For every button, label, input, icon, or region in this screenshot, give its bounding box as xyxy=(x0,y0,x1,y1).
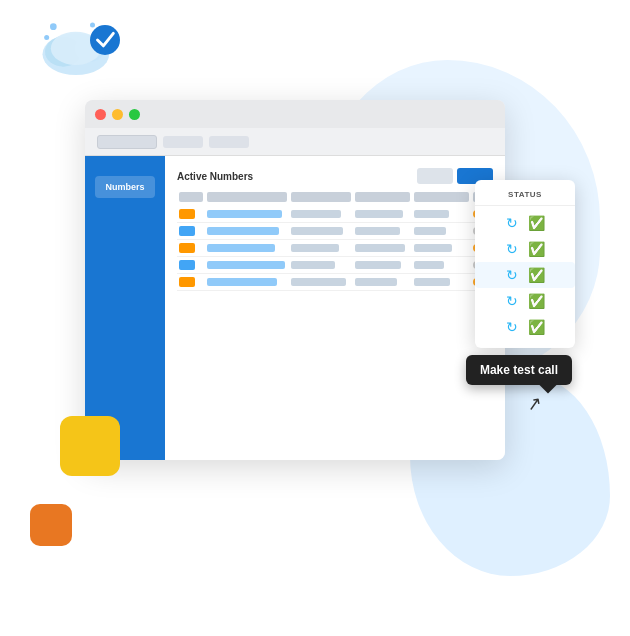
check-icon-1[interactable]: ✅ xyxy=(528,215,545,231)
status-row-4: ↻ ✅ xyxy=(475,288,575,314)
row-location xyxy=(355,210,403,218)
titlebar-dot-green xyxy=(129,109,140,120)
refresh-icon-2[interactable]: ↻ xyxy=(506,241,518,257)
row-type xyxy=(291,244,339,252)
status-panel: STATUS ↻ ✅ ↻ ✅ ↻ ✅ ↻ ✅ ↻ ✅ xyxy=(475,180,575,348)
row-icon xyxy=(179,260,195,270)
row-number xyxy=(207,278,277,286)
row-plan xyxy=(414,278,450,286)
browser-body: Numbers Active Numbers STATUS xyxy=(85,156,505,460)
row-plan xyxy=(414,210,449,218)
refresh-icon-4[interactable]: ↻ xyxy=(506,293,518,309)
svg-point-4 xyxy=(90,25,120,55)
row-type xyxy=(291,210,341,218)
section-title-text: Active Numbers xyxy=(177,171,253,182)
check-icon-2[interactable]: ✅ xyxy=(528,241,545,257)
refresh-icon-1[interactable]: ↻ xyxy=(506,215,518,231)
main-content: Active Numbers STATUS xyxy=(165,156,505,460)
refresh-icon-3[interactable]: ↻ xyxy=(506,267,518,283)
row-plan xyxy=(414,227,446,235)
row-number xyxy=(207,227,279,235)
cloud-icon xyxy=(30,15,130,89)
svg-point-5 xyxy=(50,23,57,30)
svg-point-6 xyxy=(44,35,49,40)
section-title-bar: Active Numbers xyxy=(177,168,493,184)
list-view-btn[interactable] xyxy=(417,168,453,184)
row-number xyxy=(207,210,282,218)
th-number xyxy=(207,192,287,202)
row-type xyxy=(291,227,343,235)
row-location xyxy=(355,278,397,286)
table-row xyxy=(177,240,493,257)
status-row-3-active: ↻ ✅ xyxy=(475,262,575,288)
status-row-1: ↻ ✅ xyxy=(475,210,575,236)
row-icon xyxy=(179,243,195,253)
decorative-square-yellow xyxy=(60,416,120,476)
refresh-icon-5[interactable]: ↻ xyxy=(506,319,518,335)
row-number xyxy=(207,261,285,269)
browser-titlebar xyxy=(85,100,505,128)
table-header: STATUS xyxy=(177,192,493,202)
sidebar-item-numbers[interactable]: Numbers xyxy=(95,176,154,198)
th-plan xyxy=(414,192,469,202)
browser-sidebar: Numbers xyxy=(85,156,165,460)
th-type xyxy=(291,192,351,202)
titlebar-dot-yellow xyxy=(112,109,123,120)
make-test-call-tooltip: Make test call xyxy=(466,355,572,385)
th-location xyxy=(355,192,410,202)
titlebar-dot-red xyxy=(95,109,106,120)
th-icon xyxy=(179,192,203,202)
check-icon-5[interactable]: ✅ xyxy=(528,319,545,335)
row-type xyxy=(291,261,335,269)
browser-toolbar xyxy=(85,128,505,156)
toolbar-pill-1 xyxy=(163,136,203,148)
table-row xyxy=(177,274,493,291)
row-type xyxy=(291,278,346,286)
status-row-5: ↻ ✅ xyxy=(475,314,575,340)
check-icon-3[interactable]: ✅ xyxy=(528,267,545,283)
url-bar[interactable] xyxy=(97,135,157,149)
row-icon xyxy=(179,226,195,236)
row-icon xyxy=(179,209,195,219)
toolbar-pill-2 xyxy=(209,136,249,148)
tooltip-text: Make test call xyxy=(480,363,558,377)
row-plan xyxy=(414,261,444,269)
row-number xyxy=(207,244,275,252)
check-icon-4[interactable]: ✅ xyxy=(528,293,545,309)
svg-point-7 xyxy=(90,23,95,28)
table-row xyxy=(177,206,493,223)
row-location xyxy=(355,244,405,252)
row-plan xyxy=(414,244,452,252)
table-row xyxy=(177,223,493,240)
row-icon xyxy=(179,277,195,287)
row-location xyxy=(355,227,400,235)
status-row-2: ↻ ✅ xyxy=(475,236,575,262)
table-row xyxy=(177,257,493,274)
row-location xyxy=(355,261,401,269)
status-panel-header: STATUS xyxy=(475,188,575,206)
decorative-square-orange xyxy=(30,504,72,546)
browser-window: Numbers Active Numbers STATUS xyxy=(85,100,505,460)
